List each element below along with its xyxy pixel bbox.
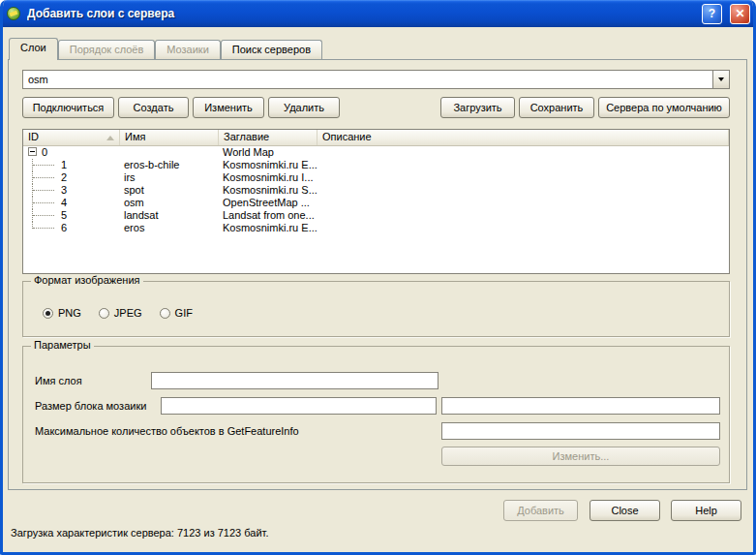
save-servers-button[interactable]: Сохранить <box>519 97 594 118</box>
new-server-button[interactable]: Создать <box>118 97 189 118</box>
cell-id: 3 <box>23 184 120 197</box>
cell-name: osm <box>120 197 219 209</box>
sort-indicator-icon <box>106 136 114 140</box>
radio-png-label: PNG <box>58 307 81 319</box>
default-servers-button[interactable]: Сервера по умолчанию <box>598 97 730 118</box>
help-button[interactable]: Help <box>671 500 741 521</box>
cell-name: eros-b-chile <box>120 159 219 171</box>
table-row[interactable]: 2 irs Kosmosnimki.ru I... <box>23 171 729 184</box>
delete-server-button[interactable]: Удалить <box>268 97 340 118</box>
radio-png[interactable]: PNG <box>43 307 81 319</box>
help-titlebar-button[interactable]: ? <box>702 4 722 24</box>
cell-title: Kosmosnimki.ru E... <box>219 159 318 171</box>
cell-id-value: 0 <box>42 146 47 158</box>
add-server-layers-dialog: Добавить слои с сервера ? ✕ Слои Порядок… <box>0 0 756 555</box>
cell-description <box>318 171 729 184</box>
cell-title: Landsat from one... <box>219 209 318 222</box>
cell-description <box>318 159 729 171</box>
connect-button[interactable]: Подключиться <box>22 97 114 118</box>
cell-name: irs <box>120 171 219 184</box>
cell-id-value: 1 <box>61 159 67 170</box>
server-combobox[interactable]: osm <box>22 70 730 89</box>
tree-connector <box>32 197 61 209</box>
cell-description <box>318 184 729 197</box>
cell-name: spot <box>120 184 219 197</box>
cell-name: eros <box>120 222 219 234</box>
tile-height-input[interactable] <box>441 397 720 415</box>
tree-connector <box>32 159 61 171</box>
table-row[interactable]: 1 eros-b-chile Kosmosnimki.ru E... <box>23 159 729 171</box>
cell-id: 5 <box>23 209 120 222</box>
status-text: Загрузка характеристик сервера: 7123 из … <box>11 527 268 539</box>
tab-server-search[interactable]: Поиск серверов <box>221 40 322 59</box>
qgis-app-icon <box>6 6 21 21</box>
layers-tab-panel: osm Подключиться Создать Изменить Удалит… <box>8 59 747 490</box>
tile-size-label: Размер блока мозаики <box>35 400 146 412</box>
cell-title: Kosmosnimki.ru S... <box>219 184 318 197</box>
cell-description <box>318 222 729 234</box>
radio-unchecked-icon <box>160 308 170 319</box>
layers-table: ID Имя Заглавие Описание 0 World Map 1 <box>22 129 730 274</box>
titlebar[interactable]: Добавить слои с сервера ? ✕ <box>0 0 756 27</box>
image-format-options: PNG JPEG GIF <box>43 307 193 319</box>
radio-gif-label: GIF <box>175 307 193 319</box>
column-header-title[interactable]: Заглавие <box>219 130 318 145</box>
collapse-expander-icon[interactable] <box>28 147 37 156</box>
column-header-description[interactable]: Описание <box>318 130 729 145</box>
server-combobox-value: osm <box>23 74 712 85</box>
radio-jpeg-label: JPEG <box>114 307 142 319</box>
tab-layer-order: Порядок слоёв <box>58 40 156 59</box>
tab-layer-order-label: Порядок слоёв <box>70 44 144 55</box>
cell-name: landsat <box>120 209 219 222</box>
cell-title: OpenStreetMap ... <box>219 197 318 209</box>
feature-limit-label: Максимальное количество объектов в GetFe… <box>35 425 299 437</box>
table-row-root[interactable]: 0 World Map <box>23 146 729 159</box>
close-icon[interactable]: ✕ <box>730 4 750 24</box>
cell-id-value: 2 <box>61 171 67 183</box>
cell-id-value: 4 <box>61 197 67 208</box>
image-format-group: Формат изображения PNG JPEG GIF <box>22 281 730 337</box>
chevron-down-icon[interactable] <box>712 71 729 88</box>
table-row[interactable]: 4 osm OpenStreetMap ... <box>23 197 729 209</box>
tile-width-input[interactable] <box>161 397 437 415</box>
load-servers-button[interactable]: Загрузить <box>440 97 515 118</box>
tree-connector <box>32 209 61 222</box>
add-button: Добавить <box>503 500 578 521</box>
edit-server-button[interactable]: Изменить <box>193 97 264 118</box>
cell-description <box>318 209 729 222</box>
close-button[interactable]: Close <box>590 500 660 521</box>
parameters-group: Параметры Имя слоя Размер блока мозаики … <box>22 346 730 483</box>
cell-id: 0 <box>23 146 120 159</box>
tab-layers-label: Слои <box>20 42 46 53</box>
table-row[interactable]: 5 landsat Landsat from one... <box>23 209 729 222</box>
cell-id-value: 6 <box>61 222 67 233</box>
column-header-id[interactable]: ID <box>23 130 120 145</box>
feature-limit-input[interactable] <box>441 422 720 440</box>
cell-id-value: 5 <box>61 209 67 221</box>
cell-description <box>318 146 729 159</box>
radio-gif[interactable]: GIF <box>160 307 193 319</box>
column-header-name[interactable]: Имя <box>120 130 219 145</box>
change-button: Изменить... <box>441 447 720 466</box>
cell-id: 1 <box>23 159 120 171</box>
table-header: ID Имя Заглавие Описание <box>23 130 729 146</box>
image-format-group-label: Формат изображения <box>31 274 143 286</box>
column-header-id-label: ID <box>28 131 39 142</box>
combo-arrow-glyph <box>718 77 724 81</box>
tab-tilesets: Мозаики <box>155 40 221 59</box>
layer-name-label: Имя слоя <box>35 375 82 386</box>
cell-title: Kosmosnimki.ru E... <box>219 222 318 234</box>
cell-title: Kosmosnimki.ru I... <box>219 171 318 184</box>
tab-tilesets-label: Мозаики <box>166 44 209 55</box>
table-row[interactable]: 6 eros Kosmosnimki.ru E... <box>23 222 729 234</box>
tab-bar: Слои Порядок слоёв Мозаики Поиск серверо… <box>9 38 322 60</box>
table-row[interactable]: 3 spot Kosmosnimki.ru S... <box>23 184 729 197</box>
cell-name <box>120 146 219 159</box>
tab-layers[interactable]: Слои <box>9 38 58 60</box>
tree-connector <box>32 171 61 184</box>
radio-checked-icon <box>43 308 53 319</box>
cell-title: World Map <box>219 146 318 159</box>
radio-jpeg[interactable]: JPEG <box>99 307 142 319</box>
window-title: Добавить слои с сервера <box>27 7 696 20</box>
layer-name-input[interactable] <box>151 372 438 389</box>
